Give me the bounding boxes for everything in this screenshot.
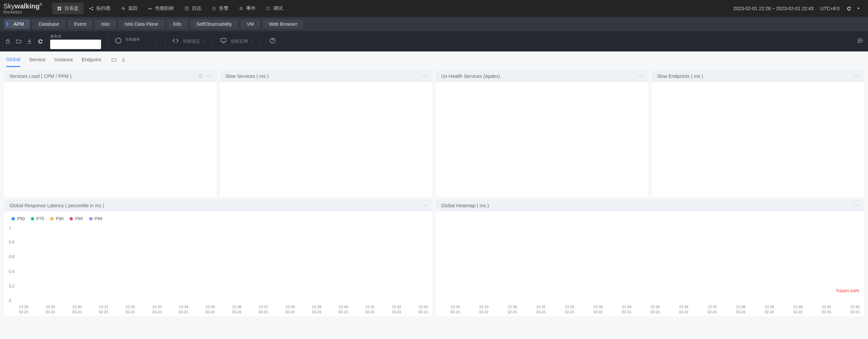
tab-istio[interactable]: Istio	[95, 19, 116, 29]
chart-legend: P50P75P90P95P99	[9, 215, 428, 223]
subnav-endpoint[interactable]: Endpoint	[82, 53, 101, 66]
separator	[165, 36, 165, 47]
xtick: 22:3802-01	[285, 304, 295, 314]
tab-label: Event	[74, 21, 86, 27]
timezone[interactable]: UTC+8:0	[821, 6, 840, 11]
svg-point-31	[857, 205, 858, 206]
tab-database[interactable]: Database	[33, 19, 65, 29]
legend-item[interactable]: P75	[31, 216, 44, 221]
tab-k8s[interactable]: K8s	[167, 19, 188, 29]
subnav: Global Service Instance Endpoint	[0, 51, 868, 68]
tab-label: Web Browser	[269, 21, 297, 27]
legend-item[interactable]: P50	[12, 216, 25, 221]
refresh-icon[interactable]	[846, 6, 852, 11]
more-icon[interactable]	[206, 74, 211, 79]
tab-apm[interactable]: APM	[4, 19, 30, 29]
download-icon[interactable]	[121, 57, 126, 62]
folder-icon[interactable]	[16, 38, 22, 44]
nav-alarm[interactable]: 告警	[207, 3, 233, 14]
svg-point-24	[856, 76, 856, 77]
xtick: 22:4202-01	[850, 304, 860, 314]
more-icon[interactable]	[422, 203, 427, 208]
help-icon[interactable]	[269, 37, 276, 44]
collapse-icon[interactable]	[856, 37, 863, 45]
panel-slow-endpoints: Slow Endpoints ( ms )	[652, 70, 864, 197]
chart-xaxis: 22:2802-0122:2902-0122:3002-0122:3102-01…	[19, 304, 428, 314]
legend-item[interactable]: P90	[50, 216, 63, 221]
folder-icon[interactable]	[111, 57, 117, 62]
nav-log[interactable]: 日志	[180, 3, 206, 14]
service-selector[interactable]: 当前服务	[115, 37, 158, 46]
watermark: Yuucn.com	[836, 288, 859, 293]
panel-latency: Global Response Latency ( percentile in …	[4, 200, 432, 316]
topology-icon	[89, 6, 94, 11]
ytick: 0.6	[9, 254, 15, 259]
nav-label: 仪表盘	[64, 5, 79, 12]
endpoint-selector[interactable]: 当前端点	[172, 37, 206, 45]
xtick: 22:3602-01	[232, 304, 242, 314]
more-icon[interactable]	[854, 203, 859, 208]
legend-dot-icon	[89, 217, 93, 220]
xtick: 22:3902-01	[765, 304, 774, 314]
top-right: 2023-02-01 22:28 ~ 2023-02-01 22:43 UTC+…	[733, 6, 861, 11]
download-icon[interactable]	[26, 38, 33, 44]
subnav-service[interactable]: Service	[29, 53, 45, 66]
tab-label: APM	[14, 21, 24, 27]
legend-label: P90	[56, 216, 63, 221]
chevron-down-icon[interactable]	[856, 6, 861, 11]
svg-point-6	[92, 9, 93, 10]
ytick: 1	[9, 225, 11, 230]
service-group-input[interactable]	[50, 40, 101, 49]
xtick: 22:3902-01	[312, 304, 321, 314]
instance-selector[interactable]: 当前实例	[220, 37, 254, 45]
chart-xaxis: 22:2802-0122:2902-0122:3002-0122:3102-01…	[451, 304, 860, 314]
svg-rect-10	[6, 41, 9, 44]
svg-point-27	[424, 205, 425, 206]
lock-icon[interactable]	[5, 38, 11, 44]
svg-point-14	[207, 76, 208, 77]
subnav-global[interactable]: Global	[6, 52, 20, 67]
tabbar: APM Database Event Istio Istio Data Plan…	[0, 17, 868, 31]
nav-trace[interactable]: 追踪	[116, 3, 142, 14]
tab-istio-dp[interactable]: Istio Data Plane	[119, 19, 164, 29]
tab-webbrowser[interactable]: Web Browser	[263, 19, 303, 29]
time-range[interactable]: 2023-02-01 22:28 ~ 2023-02-01 22:43	[733, 6, 814, 11]
panel-row-1: Services Load ( CPM / PPM ) Slow Service…	[0, 68, 868, 200]
legend-label: P50	[17, 216, 25, 221]
info-icon[interactable]	[198, 74, 203, 79]
service-group-selector[interactable]: 服务组	[50, 34, 101, 49]
subnav-instance[interactable]: Instance	[54, 53, 73, 66]
ytick: 0.4	[9, 269, 15, 274]
legend-item[interactable]: P99	[89, 216, 102, 221]
more-icon[interactable]	[854, 74, 859, 79]
more-icon[interactable]	[422, 74, 427, 79]
trace-icon	[121, 6, 125, 11]
tab-event[interactable]: Event	[68, 19, 92, 29]
nav-label: 性能剖析	[155, 5, 174, 12]
ytick: 0.2	[9, 284, 15, 289]
nav-dashboard[interactable]: 仪表盘	[52, 3, 83, 14]
reload-icon[interactable]	[37, 38, 43, 44]
nav-debug[interactable]: 调试	[261, 3, 288, 14]
more-icon[interactable]	[638, 74, 643, 79]
xtick: 22:3102-01	[536, 304, 546, 314]
tab-label: Istio Data Plane	[125, 21, 158, 27]
xtick: 22:3702-01	[259, 304, 268, 314]
nav-label: 事件	[246, 5, 256, 12]
tab-vm[interactable]: VM	[241, 19, 260, 29]
xtick: 22:3202-01	[565, 304, 574, 314]
nav-profile[interactable]: 性能剖析	[143, 3, 179, 14]
svg-rect-11	[221, 38, 226, 42]
nav-topology[interactable]: 拓扑图	[84, 3, 115, 14]
debug-icon	[266, 6, 271, 11]
legend-item[interactable]: P95	[70, 216, 83, 221]
service-label: 当前服务	[125, 37, 158, 42]
chevron-down-icon	[155, 43, 158, 46]
package-icon	[115, 37, 122, 44]
xtick: 22:3002-01	[72, 304, 82, 314]
tab-label: SelfObservability	[196, 21, 232, 27]
xtick: 22:3302-01	[593, 304, 603, 314]
tab-selfobs[interactable]: SelfObservability	[190, 19, 238, 29]
endpoint-label: 当前端点	[182, 38, 200, 44]
nav-event[interactable]: 事件	[234, 3, 260, 14]
